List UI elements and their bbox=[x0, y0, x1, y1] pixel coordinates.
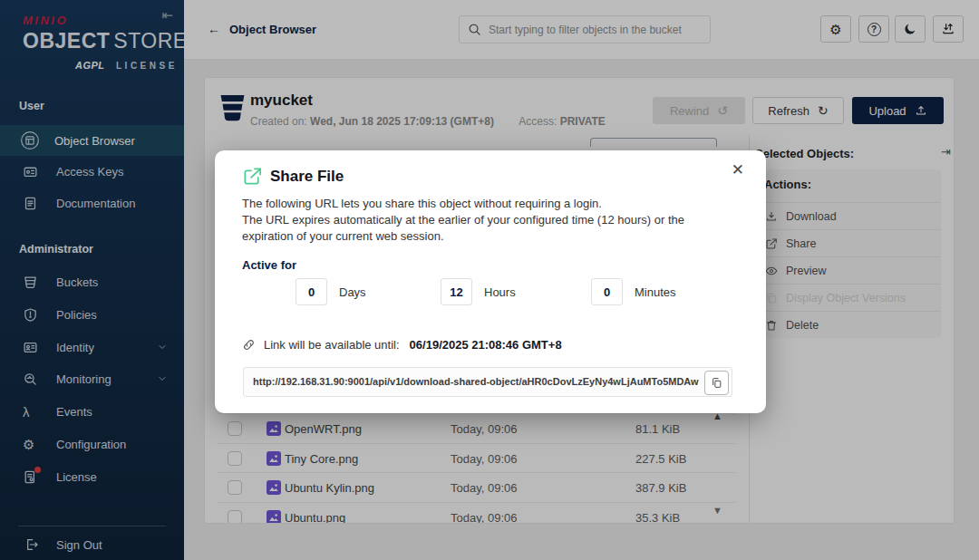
minio-console: ⇤ MINIO OBJECTSTORE AGPL LICENSE User Ob… bbox=[0, 0, 979, 560]
share-file-modal: Share File ✕ The following URL lets you … bbox=[215, 150, 766, 413]
copy-icon bbox=[711, 377, 722, 389]
modal-description-line2: The URL expires automatically at the ear… bbox=[242, 212, 726, 244]
close-icon[interactable]: ✕ bbox=[732, 160, 744, 179]
share-icon bbox=[242, 166, 263, 187]
link-icon bbox=[242, 338, 256, 352]
minutes-input[interactable] bbox=[591, 278, 623, 305]
minutes-label: Minutes bbox=[635, 285, 676, 299]
duration-minutes-group: Minutes bbox=[591, 278, 676, 305]
hours-label: Hours bbox=[484, 285, 516, 299]
days-input[interactable] bbox=[296, 278, 327, 305]
copy-url-button[interactable] bbox=[704, 371, 729, 395]
active-for-label: Active for bbox=[242, 258, 296, 272]
duration-hours-group: Hours bbox=[441, 278, 516, 305]
modal-description-line1: The following URL lets you share this ob… bbox=[242, 196, 726, 212]
modal-title: Share File bbox=[270, 168, 344, 186]
link-expiry-value: 06/19/2025 21:08:46 GMT+8 bbox=[410, 338, 562, 352]
hours-input[interactable] bbox=[441, 278, 472, 305]
share-url-box: http://192.168.31.90:9001/api/v1/downloa… bbox=[243, 367, 732, 397]
link-expiry-label: Link will be available until: bbox=[264, 338, 400, 352]
share-url-text[interactable]: http://192.168.31.90:9001/api/v1/downloa… bbox=[253, 368, 699, 396]
days-label: Days bbox=[339, 285, 366, 299]
link-expiry-row: Link will be available until: 06/19/2025… bbox=[242, 338, 562, 352]
duration-days-group: Days bbox=[296, 278, 366, 305]
